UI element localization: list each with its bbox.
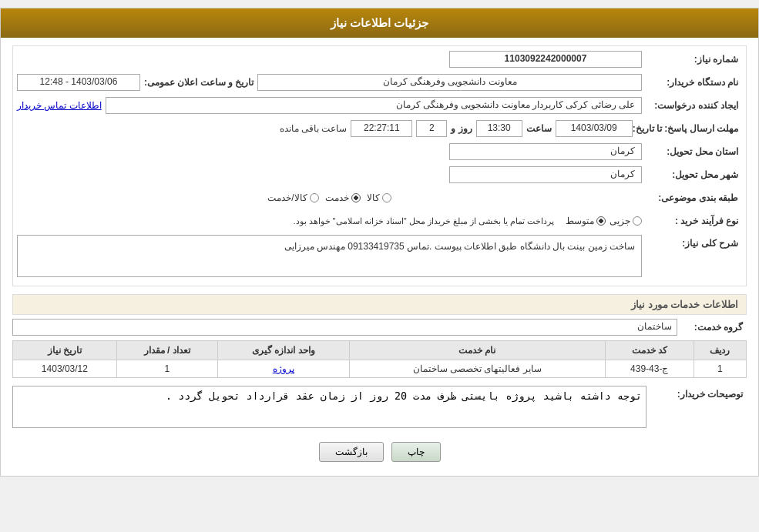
group-service-label: گروه خدمت: [677, 322, 747, 333]
shahr-value: کرمان [449, 166, 642, 183]
col-vahed: واحد اندازه گیری [217, 341, 349, 360]
col-tedad: تعداد / مقدار [116, 341, 217, 360]
cell-tarikh: 1403/03/12 [13, 360, 117, 378]
back-button[interactable]: بازگشت [319, 442, 384, 462]
col-kod: کد خدمت [605, 341, 694, 360]
mohlat-date: 1403/03/09 [556, 120, 633, 137]
shomare-niaz-label: شماره نیاز: [642, 54, 742, 65]
kala-radio-circle [382, 193, 391, 202]
kala-radio: کالا [367, 192, 391, 203]
services-section-title: اطلاعات خدمات مورد نیاز [12, 294, 747, 315]
buttons-row: چاپ بازگشت [12, 433, 747, 468]
mohlat-baqi-label: ساعت باقی مانده [280, 123, 348, 134]
nov-farayand-label: نوع فرآیند خرید : [642, 216, 742, 226]
cell-kod: ج-43-439 [605, 360, 694, 378]
shahr-label: شهر محل تحویل: [642, 169, 742, 180]
ostan-label: استان محل تحویل: [642, 146, 742, 157]
cell-tedad: 1 [116, 360, 217, 378]
mohlat-label: مهلت ارسال پاسخ: تا تاریخ: [633, 123, 742, 134]
jozyi-radio: جزیی [610, 216, 642, 226]
mohlat-saat: 13:30 [476, 120, 522, 137]
page-title: جزئیات اطلاعات نیاز [1, 8, 758, 38]
khedmat-label: خدمت [325, 192, 349, 203]
motovaset-label: متوسط [566, 216, 594, 226]
kaladkhedmat-radio-circle [310, 193, 319, 202]
jozyi-radio-circle [633, 216, 642, 226]
jozyi-label: جزیی [610, 216, 630, 226]
pardakht-note: پرداخت تمام یا بخشی از مبلغ خریداز محل "… [293, 216, 562, 226]
buyer-note-textarea[interactable] [12, 386, 646, 428]
khedmat-radio: خدمت [325, 192, 361, 203]
kala-label: کالا [367, 192, 380, 203]
kaladkhedmat-radio: کالا/خدمت [267, 192, 318, 203]
namdastgah-value: معاونت دانشجویی وفرهنگی کرمان [257, 74, 642, 91]
farayand-group: جزیی متوسط پرداخت تمام یا بخشی از مبلغ خ… [17, 216, 642, 226]
print-button[interactable]: چاپ [391, 442, 441, 462]
mohlat-roz: 2 [416, 120, 447, 137]
tarikh-value: 1403/03/06 - 12:48 [17, 74, 140, 91]
cell-name: سایر فعالیتهای تخصصی ساختمان [349, 360, 605, 378]
namdastgah-label: نام دستگاه خریدار: [642, 77, 742, 88]
kaladkhedmat-label: کالا/خدمت [267, 192, 307, 203]
shomare-niaz-value: 1103092242000007 [449, 51, 642, 68]
col-tarikh: تاریخ نیاز [13, 341, 117, 360]
khedmat-radio-circle [351, 193, 361, 202]
motovaset-radio: متوسط [566, 216, 606, 226]
table-row: 1 ج-43-439 سایر فعالیتهای تخصصی ساختمان … [13, 360, 747, 378]
tarikh-label: تاریخ و ساعت اعلان عمومی: [144, 77, 254, 88]
roz-label: روز و [451, 123, 472, 134]
cell-vahed[interactable]: پروژه [217, 360, 349, 378]
services-table: ردیف کد خدمت نام خدمت واحد اندازه گیری ت… [12, 340, 747, 378]
tabaghe-radio-group: کالا خدمت کالا/خدمت [17, 192, 642, 203]
buyer-note-label: توصیحات خریدار: [646, 386, 747, 400]
sharh-label: شرح کلی نیاز: [642, 235, 742, 249]
ijad-label: ایجاد کننده درخواست: [642, 100, 742, 111]
saat-label: ساعت [526, 123, 552, 134]
cell-radif: 1 [694, 360, 746, 378]
tabaghe-label: طبقه بندی موضوعی: [642, 192, 742, 203]
col-radif: ردیف [694, 341, 746, 360]
ijad-value: علی رضائی کرکی کاربردار معاونت دانشجویی … [106, 97, 642, 114]
ostan-value: کرمان [449, 143, 642, 160]
etelaat-link[interactable]: اطلاعات تماس خریدار [17, 100, 102, 111]
group-service-value: ساختمان [12, 319, 677, 336]
motovaset-radio-circle [596, 216, 606, 226]
mohlat-saat-value: 22:27:11 [351, 120, 412, 137]
col-name: نام خدمت [349, 341, 605, 360]
sharh-value: ساخت زمین بینت بال دانشگاه طبق اطلاعات پ… [17, 235, 642, 277]
